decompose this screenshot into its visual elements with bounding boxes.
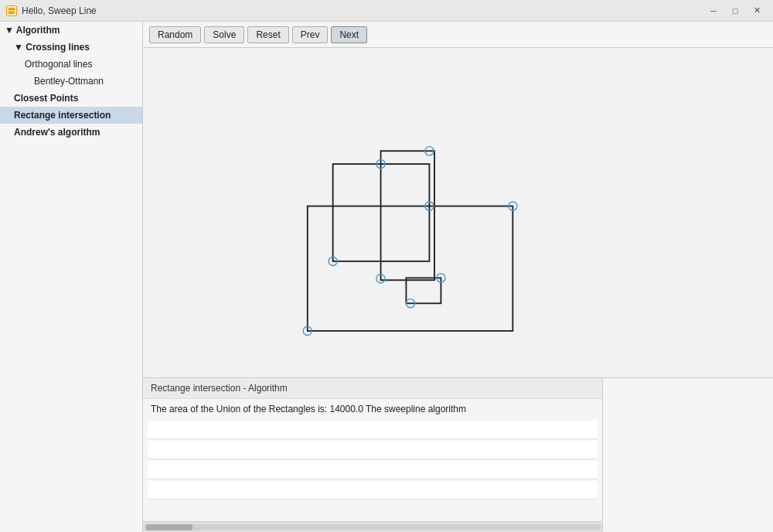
bottom-scrollbar[interactable] [143,521,602,532]
sidebar-item-closest-points[interactable]: Closest Points [0,90,142,107]
reset-btn[interactable]: Reset [247,26,288,43]
bottom-panel-text: The area of the Union of the Rectangles … [143,399,602,419]
bottom-lines [143,419,602,521]
sidebar-item-andrews-algorithm[interactable]: Andrew's algorithm [0,124,142,141]
sidebar-item-crossing-lines[interactable]: ▼ Crossing lines [0,39,142,56]
canvas-svg [143,48,773,377]
canvas-area[interactable] [143,48,773,377]
sidebar-item-bentley-ottmann[interactable]: Bentley-Ottmann [0,73,142,90]
bottom-left: Rectange intersection - Algorithm The ar… [143,378,603,532]
bottom-line-1 [148,421,598,439]
scrollbar-track[interactable] [145,524,601,530]
svg-rect-3 [308,206,513,331]
bottom-right [603,378,773,532]
main-layout: ▼ Algorithm▼ Crossing linesOrthogonal li… [0,22,773,532]
bottom-line-4 [148,481,598,500]
app-icon [6,5,17,16]
bottom-panel: Rectange intersection - Algorithm The ar… [143,377,773,532]
content-area: RandomSolveResetPrevNext [143,22,773,532]
solve-btn[interactable]: Solve [204,26,244,43]
title-bar-left: Hello, Sweep Line [6,5,97,16]
bottom-panel-header: Rectange intersection - Algorithm [143,378,602,399]
window-controls: ─ □ ✕ [703,3,767,19]
title-bar: Hello, Sweep Line ─ □ ✕ [0,0,773,22]
bottom-line-2 [148,441,598,459]
next-btn[interactable]: Next [331,26,367,43]
sidebar-item-orthogonal-lines[interactable]: Orthogonal lines [0,56,142,73]
sidebar-item-rectange-intersection[interactable]: Rectange intersection [0,107,142,124]
scrollbar-thumb[interactable] [146,524,192,530]
sidebar: ▼ Algorithm▼ Crossing linesOrthogonal li… [0,22,143,532]
sidebar-item-algorithm[interactable]: ▼ Algorithm [0,22,142,39]
maximize-button[interactable]: □ [725,3,745,19]
random-btn[interactable]: Random [149,26,201,43]
close-button[interactable]: ✕ [747,3,767,19]
toolbar: RandomSolveResetPrevNext [143,22,773,48]
minimize-button[interactable]: ─ [703,3,724,19]
window-title: Hello, Sweep Line [22,5,97,16]
bottom-line-3 [148,461,598,479]
prev-btn[interactable]: Prev [292,26,329,43]
